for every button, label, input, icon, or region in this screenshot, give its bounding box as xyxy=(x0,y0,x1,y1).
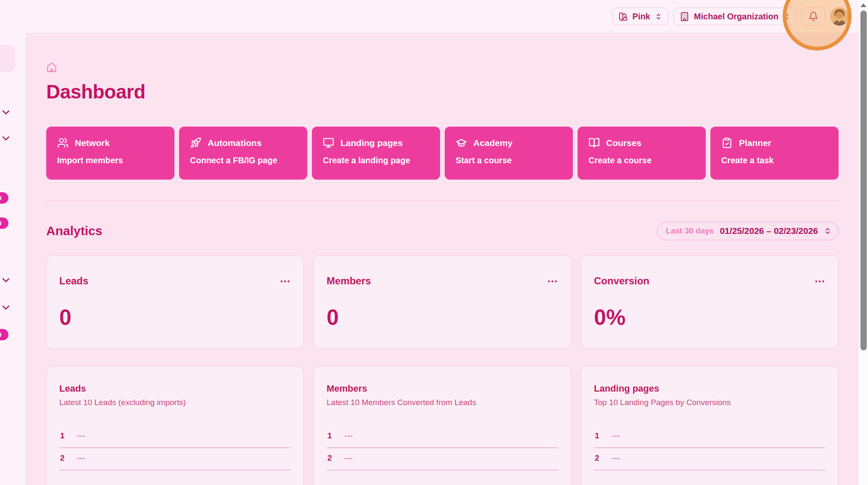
bell-icon xyxy=(808,11,818,21)
building-icon xyxy=(680,12,689,21)
quick-action-subtitle: Connect a FB/IG page xyxy=(190,156,296,165)
row-value: --- xyxy=(612,432,620,440)
quick-action-title: Academy xyxy=(473,138,512,148)
quick-action-subtitle: Create a landing page xyxy=(323,156,429,165)
row-value: --- xyxy=(77,432,86,440)
quick-action-subtitle: Create a course xyxy=(588,156,695,165)
row-index: 1 xyxy=(595,431,599,440)
list-title: Members xyxy=(327,383,558,394)
scroll-up-arrow-icon[interactable] xyxy=(860,3,866,7)
graduation-cap-icon xyxy=(456,137,467,148)
section-divider xyxy=(46,200,839,201)
quick-action-subtitle: Start a course xyxy=(456,156,562,165)
book-open-icon xyxy=(588,137,600,148)
theme-select[interactable]: Pink xyxy=(612,8,668,25)
list-subtitle: Latest 10 Leads (excluding imports) xyxy=(59,398,291,407)
swatch-book-icon xyxy=(618,12,628,21)
list-card-leads: Leads Latest 10 Leads (excluding imports… xyxy=(46,366,304,485)
quick-action-landing-pages[interactable]: Landing pages Create a landing page xyxy=(312,127,440,180)
top-bar: Pink Michael Organization xyxy=(0,0,859,33)
stat-title: Leads xyxy=(59,275,88,287)
ellipsis-menu-icon[interactable]: ••• xyxy=(280,278,291,284)
stat-value: 0% xyxy=(594,305,826,330)
users-icon xyxy=(57,137,69,148)
count-badge[interactable]: 0 xyxy=(0,217,8,229)
scrollbar[interactable] xyxy=(859,0,868,485)
chevron-updown-icon xyxy=(655,13,662,20)
list-item: 2 --- xyxy=(327,448,558,470)
list-subtitle: Top 10 Landing Pages by Conversions xyxy=(594,398,826,407)
quick-action-courses[interactable]: Courses Create a course xyxy=(578,127,706,180)
main-content: Dashboard Network Import members xyxy=(26,33,859,485)
ellipsis-menu-icon[interactable]: ••• xyxy=(815,278,826,284)
clipboard-check-icon xyxy=(721,137,733,148)
page-title: Dashboard xyxy=(46,80,839,103)
stat-title: Members xyxy=(327,275,371,287)
stat-card-leads: Leads ••• 0 xyxy=(46,255,304,349)
list-subtitle: Latest 10 Members Converted from Leads xyxy=(327,398,558,407)
quick-action-title: Landing pages xyxy=(340,138,403,148)
quick-actions-row: Network Import members Automations Conne… xyxy=(46,127,839,180)
list-item: 2 --- xyxy=(59,448,291,470)
quick-action-automations[interactable]: Automations Connect a FB/IG page xyxy=(179,127,307,180)
list-card-members: Members Latest 10 Members Converted from… xyxy=(314,366,571,485)
list-title: Leads xyxy=(59,383,291,394)
chevron-down-icon[interactable] xyxy=(0,106,12,118)
chevron-updown-icon xyxy=(824,227,831,235)
row-index: 1 xyxy=(327,431,332,440)
sidebar: 0 0 0 xyxy=(0,33,26,485)
list-item: 1 --- xyxy=(59,426,291,448)
scrollbar-thumb[interactable] xyxy=(860,11,867,350)
row-index: 2 xyxy=(327,453,332,463)
chevron-down-icon[interactable] xyxy=(0,302,12,313)
row-value: --- xyxy=(345,432,353,440)
user-avatar[interactable] xyxy=(830,7,849,26)
list-card-landing-pages: Landing pages Top 10 Landing Pages by Co… xyxy=(581,366,839,485)
quick-action-title: Courses xyxy=(606,138,641,148)
count-badge[interactable]: 0 xyxy=(0,192,8,204)
quick-action-planner[interactable]: Planner Create a task xyxy=(710,127,839,180)
notifications-button[interactable] xyxy=(802,7,825,26)
stat-title: Conversion xyxy=(594,275,649,287)
organization-select-label: Michael Organization xyxy=(694,12,778,21)
analytics-title: Analytics xyxy=(46,224,102,238)
home-breadcrumb[interactable] xyxy=(46,62,57,73)
row-value: --- xyxy=(612,454,620,462)
lists-row: Leads Latest 10 Leads (excluding imports… xyxy=(46,366,839,485)
stat-card-conversion: Conversion ••• 0% xyxy=(581,255,839,349)
chevron-down-icon[interactable] xyxy=(0,274,12,286)
quick-action-title: Automations xyxy=(208,138,261,148)
stats-row: Leads ••• 0 Members ••• 0 Conversion •••… xyxy=(46,255,839,349)
ellipsis-menu-icon[interactable]: ••• xyxy=(548,278,558,284)
count-badge[interactable]: 0 xyxy=(0,329,8,340)
quick-action-title: Network xyxy=(75,138,110,148)
stat-value: 0 xyxy=(327,305,558,330)
row-index: 1 xyxy=(60,431,65,440)
quick-action-network[interactable]: Network Import members xyxy=(46,127,174,180)
organization-select[interactable]: Michael Organization xyxy=(673,8,797,25)
stat-card-members: Members ••• 0 xyxy=(314,255,571,349)
date-range-select[interactable]: Last 30 days 01/25/2026 – 02/23/2026 xyxy=(657,222,839,240)
row-value: --- xyxy=(345,454,353,462)
quick-action-title: Planner xyxy=(739,138,771,148)
stat-value: 0 xyxy=(59,305,291,330)
list-title: Landing pages xyxy=(594,383,826,394)
row-value: --- xyxy=(77,454,86,462)
chevron-updown-icon xyxy=(783,13,790,20)
date-range-preset: Last 30 days xyxy=(666,226,714,236)
chevron-down-icon[interactable] xyxy=(0,133,12,144)
quick-action-academy[interactable]: Academy Start a course xyxy=(445,127,573,180)
home-icon xyxy=(46,62,57,73)
monitor-icon xyxy=(323,137,334,148)
theme-select-label: Pink xyxy=(633,12,650,21)
list-item: 1 --- xyxy=(327,426,558,448)
date-range-value: 01/25/2026 – 02/23/2026 xyxy=(720,226,818,236)
row-index: 2 xyxy=(60,453,65,463)
quick-action-subtitle: Import members xyxy=(57,156,164,165)
quick-action-subtitle: Create a task xyxy=(721,156,828,165)
list-item: 2 --- xyxy=(594,448,826,470)
rocket-icon xyxy=(190,137,201,148)
list-item: 1 --- xyxy=(594,426,826,448)
sidebar-item-active[interactable] xyxy=(0,45,15,72)
row-index: 2 xyxy=(595,453,599,463)
